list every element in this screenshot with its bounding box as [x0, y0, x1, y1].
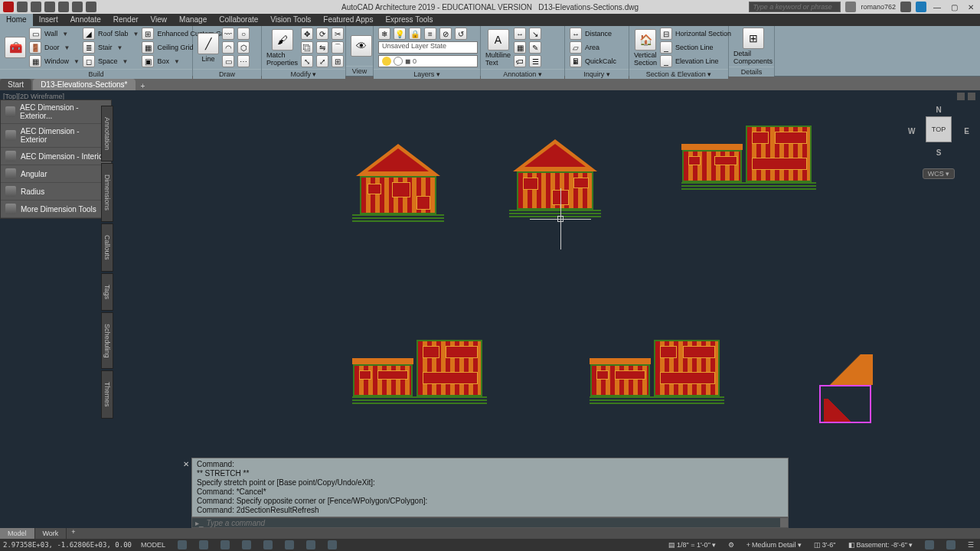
palette-tab-scheduling[interactable]: Scheduling: [101, 312, 113, 370]
fillet-icon[interactable]: ⌒: [332, 41, 344, 54]
quickcalc-button[interactable]: 🖩QuickCalc: [570, 55, 616, 67]
level-dropdown[interactable]: ◧ Basement: -8'-6" ▾: [845, 541, 916, 549]
palette-tab-themes[interactable]: Themes: [101, 370, 113, 419]
isolate-objects-icon[interactable]: [922, 540, 937, 549]
save-icon[interactable]: [44, 2, 55, 12]
tab-insert[interactable]: Insert: [33, 14, 64, 26]
layer-state-dropdown[interactable]: Unsaved Layer State: [378, 41, 478, 54]
signin-icon[interactable]: [845, 2, 856, 12]
palette-tab-callouts[interactable]: Callouts: [101, 223, 113, 272]
wcs-dropdown[interactable]: WCS ▾: [923, 168, 956, 179]
palette-item[interactable]: AEC Dimension - Exterior: [1, 124, 111, 148]
space-button[interactable]: ◻Space▼: [83, 55, 139, 67]
tab-view[interactable]: View: [145, 14, 174, 26]
distance-button[interactable]: ↔Distance: [570, 28, 616, 40]
trim-icon[interactable]: ✂: [332, 28, 344, 40]
snap-toggle[interactable]: [196, 540, 211, 549]
rotate-icon[interactable]: ⟳: [316, 28, 328, 40]
layer-prev-icon[interactable]: ↺: [455, 28, 467, 40]
viewport-minimize-icon[interactable]: [957, 93, 965, 100]
model-space-button[interactable]: MODEL: [138, 541, 168, 549]
roofslab-button[interactable]: ◢Roof Slab▼: [83, 28, 139, 40]
viewport-maximize-icon[interactable]: [968, 93, 975, 100]
viewcube-north[interactable]: N: [936, 106, 941, 114]
doc-tab-add[interactable]: +: [137, 82, 149, 90]
app-menu-icon[interactable]: [3, 2, 14, 12]
palette-item[interactable]: Radius: [1, 183, 111, 201]
cmdline-scroll[interactable]: [780, 518, 788, 527]
arc-icon[interactable]: ◠⬡: [222, 41, 250, 54]
viewcube-top-face[interactable]: TOP: [926, 116, 952, 142]
close-button[interactable]: ✕: [965, 2, 977, 12]
rect-icon[interactable]: ▭⋯: [222, 55, 250, 67]
palette-item[interactable]: More Dimension Tools: [1, 201, 111, 218]
layout-tab-add[interactable]: +: [67, 528, 80, 539]
exchange-icon[interactable]: [900, 2, 911, 12]
dim-icon[interactable]: ↔: [514, 28, 526, 40]
polar-toggle[interactable]: [239, 540, 254, 549]
cmdline-close-icon[interactable]: ✕: [181, 460, 191, 469]
dyninput-toggle[interactable]: [303, 540, 318, 549]
tab-manage[interactable]: Manage: [173, 14, 213, 26]
open-icon[interactable]: [31, 2, 41, 12]
tab-visiontools[interactable]: Vision Tools: [264, 14, 317, 26]
redo-icon[interactable]: [72, 2, 83, 12]
current-layer-dropdown[interactable]: ◼0: [378, 55, 478, 67]
stretch-icon[interactable]: ⤡: [301, 55, 313, 67]
window-button[interactable]: ▦Window▼: [29, 55, 80, 67]
plot-icon[interactable]: [86, 2, 96, 12]
polyline-icon[interactable]: 〰○: [222, 28, 250, 40]
command-input[interactable]: [207, 519, 780, 527]
layer-match-icon[interactable]: ≡: [424, 28, 436, 40]
ortho-toggle[interactable]: [217, 540, 233, 549]
table-icon[interactable]: ▦: [514, 41, 526, 54]
elevation-line-button[interactable]: ⎯Elevation Line: [660, 55, 731, 67]
layout-tab-model[interactable]: Model: [0, 528, 35, 539]
tag-icon[interactable]: 🏷: [514, 55, 526, 67]
customize-status-icon[interactable]: ☰: [965, 541, 977, 549]
leader-icon[interactable]: ↘: [529, 28, 541, 40]
infocenter-search[interactable]: [749, 2, 841, 12]
mtext-button[interactable]: AMultiline Text: [485, 29, 511, 67]
tab-render[interactable]: Render: [107, 14, 145, 26]
palette-tab-tags[interactable]: Tags: [101, 273, 113, 311]
new-icon[interactable]: [17, 2, 28, 12]
tools-button[interactable]: 🧰: [5, 37, 26, 58]
layer-lock-icon[interactable]: 🔒: [409, 28, 421, 40]
copy-icon[interactable]: ⿻: [301, 41, 313, 54]
layout-tab-work[interactable]: Work: [35, 528, 67, 539]
viewcube-west[interactable]: W: [908, 127, 915, 135]
match-properties-button[interactable]: 🖌Match Properties: [266, 29, 298, 67]
maximize-button[interactable]: ▢: [948, 2, 960, 12]
palette-item[interactable]: AEC Dimension - Exterior...: [1, 100, 111, 124]
mirror-icon[interactable]: ⇋: [316, 41, 328, 54]
tab-express[interactable]: Express Tools: [379, 14, 439, 26]
horizontal-section-button[interactable]: ⊟Horizontal Section: [660, 28, 731, 40]
otrack-toggle[interactable]: [282, 540, 297, 549]
layer-off-icon[interactable]: 💡: [394, 28, 406, 40]
tab-collaborate[interactable]: Collaborate: [213, 14, 264, 26]
layer-freeze-icon[interactable]: ❄: [378, 28, 390, 40]
keynote-icon[interactable]: ✎: [529, 41, 541, 54]
view-button[interactable]: 👁: [351, 35, 372, 57]
layer-iso-icon[interactable]: ⊘: [439, 28, 452, 40]
cut-height[interactable]: ◫ 3'-6": [811, 541, 839, 549]
tab-home[interactable]: Home: [0, 14, 33, 26]
schedule-icon[interactable]: ☰: [529, 55, 541, 67]
viewcube-south[interactable]: S: [936, 148, 942, 157]
palette-item[interactable]: Angular: [1, 165, 111, 183]
viewcube-east[interactable]: E: [964, 127, 969, 135]
lineweight-toggle[interactable]: [325, 540, 340, 549]
area-button[interactable]: ▱Area: [570, 41, 616, 54]
minimize-button[interactable]: —: [931, 2, 943, 12]
palette-tab-dimensions[interactable]: Dimensions: [101, 163, 113, 222]
tab-annotate[interactable]: Annotate: [64, 14, 107, 26]
door-button[interactable]: 🚪Door▼: [29, 41, 80, 54]
hardware-accel-icon[interactable]: [943, 540, 959, 549]
detail-level-dropdown[interactable]: + Medium Detail ▾: [743, 541, 805, 549]
move-icon[interactable]: ✥: [301, 28, 313, 40]
wall-button[interactable]: ▭Wall▼: [29, 28, 80, 40]
vertical-section-button[interactable]: 🏠Vertical Section: [634, 29, 657, 67]
doc-tab-start[interactable]: Start: [0, 79, 31, 90]
array-icon[interactable]: ⊞: [332, 55, 344, 67]
